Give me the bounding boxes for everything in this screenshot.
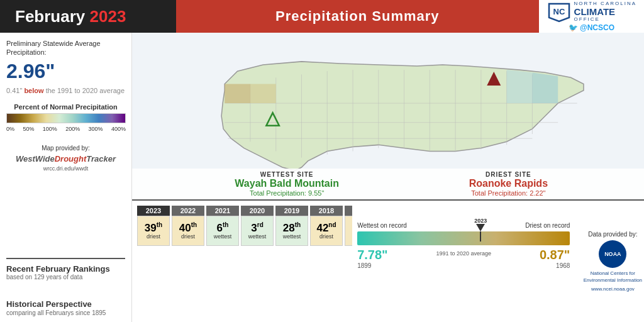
ncei-url: www.ncei.noaa.gov [591,286,635,292]
rank-number: 6th [217,222,229,233]
rankings-table: 202339thdriest202240thdriest20216thwette… [137,206,350,246]
site-labels: WETTEST SITE Wayah Bald Mountain Total P… [132,169,644,199]
tracker-name: WestWideDroughtTracker [6,153,125,165]
header-logo: NC NORTH CAROLINA CLIMATE OFFICE 🐦 @NCSC… [539,0,644,33]
historical-bar-area: Wettest on record Driest on record 2023 [357,222,570,269]
driest-value: 0.87" [540,248,570,262]
legend-title: Percent of Normal Precipitation [6,103,125,111]
rank-cell: 20175thdriest [345,206,352,246]
rank-number: 3rd [251,222,263,233]
rank-year: 2021 [206,206,239,216]
rank-desc: wettest [248,233,267,240]
year-label: 2023 [90,7,126,26]
driest-name: Roanoke Rapids [469,178,548,189]
rank-box: 42nddriest [310,216,343,246]
rank-box: 3rdwettest [241,216,274,246]
historical-subtitle: comparing all Februarys since 1895 [6,309,125,317]
rank-number: 42nd [316,222,336,233]
rank-cell: 201842nddriest [310,206,343,246]
data-provider: Data provided by: NOAA National Centers … [575,201,644,322]
rank-desc: driest [147,233,160,240]
wettest-name: Wayah Bald Mountain [235,178,339,189]
bottom-section: 202339thdriest202240thdriest20216thwette… [132,199,644,322]
svg-text:NC: NC [553,7,565,16]
avg-marker: 2023 [474,218,487,242]
ncei-label: National Centers for Environmental Infor… [580,270,644,284]
nc-org-text: NORTH CAROLINA CLIMATE OFFICE [574,1,636,22]
rankings-subtitle: based on 129 years of data [6,274,125,280]
content-area: Preliminary Statewide Average Precipitat… [0,33,644,322]
rank-desc: wettest [214,233,232,240]
rank-number: 39th [145,222,162,233]
rank-desc: wettest [283,233,301,240]
avg-precip-row: 2.96" [6,60,125,83]
rank-cell: 20216thwettest [206,206,239,246]
avg-precip-label: Preliminary Statewide Average Precipitat… [6,39,125,57]
left-panel: Preliminary Statewide Average Precipitat… [0,33,132,322]
rank-year: 2020 [241,206,274,216]
rank-box: 40thdriest [172,216,204,246]
bottom-left-area: Recent February Rankings based on 129 ye… [6,253,125,317]
map-area: WETTEST SITE Wayah Bald Mountain Total P… [132,33,644,199]
legend-labels: 0% 50% 100% 200% 300% 400% [6,126,126,132]
rank-desc: driest [181,233,195,240]
map-credit: Map provided by: WestWideDroughtTracker … [6,143,125,174]
noaa-logo: NOAA [599,240,626,268]
center-right-panel: WETTEST SITE Wayah Bald Mountain Total P… [132,33,644,322]
rank-year: 2023 [137,206,170,216]
rank-box: 5thdriest [345,216,352,246]
historical-bar: 2023 [357,231,570,245]
rank-box: 6thwettest [206,216,239,246]
rank-year: 2018 [310,206,343,216]
legend-bar [6,113,126,123]
rank-cell: 202240thdriest [172,206,204,246]
rank-cell: 202339thdriest [137,206,170,246]
rank-box: 39thdriest [137,216,170,246]
driest-precip: Total Precipitation: 2.22" [469,189,548,197]
below-avg-text: 0.41" below the 1991 to 2020 average [6,87,125,94]
rank-cell: 201928thwettest [275,206,308,246]
month-label: February [15,7,90,26]
rank-number: 28th [283,222,301,233]
avg-precip-value: 2.96" [6,60,55,83]
rank-number: 40th [179,222,197,233]
historical-title: Historical Perspective [6,299,125,309]
rank-year: 2017 [345,206,352,216]
rank-year: 2019 [275,206,308,216]
data-provider-label: Data provided by: [588,231,637,238]
nc-logo: NC NORTH CAROLINA CLIMATE OFFICE [547,1,636,22]
header: February 2023 Precipitation Summary NC N… [0,0,644,33]
rank-box: 28thwettest [275,216,308,246]
rankings-table-area: 202339thdriest202240thdriest20216thwette… [132,201,352,322]
twitter-handle: 🐦 @NCSCO [569,23,614,32]
historical-area: Wettest on record Driest on record 2023 [352,201,575,322]
header-title: February 2023 [0,0,176,33]
rank-desc: driest [319,233,333,240]
nc-shield-icon: NC [547,1,570,21]
header-subtitle: Precipitation Summary [176,0,539,33]
rank-cell: 20203rdwettest [241,206,274,246]
rank-year: 2022 [172,206,204,216]
main-container: February 2023 Precipitation Summary NC N… [0,0,644,322]
driest-site: DRIEST SITE Roanoke Rapids Total Precipi… [469,171,548,197]
rankings-title: Recent February Rankings [6,264,125,274]
wettest-value: 7.78" [357,248,387,262]
wettest-site: WETTEST SITE Wayah Bald Mountain Total P… [235,171,339,197]
wettest-precip: Total Precipitation: 9.55" [235,189,339,197]
